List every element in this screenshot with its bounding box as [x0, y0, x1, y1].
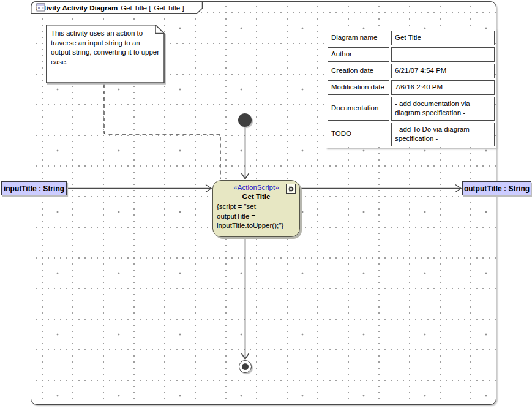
- activity-final-node[interactable]: [239, 360, 252, 373]
- diagram-info-table[interactable]: Diagram name Get Title Author Creation d…: [326, 29, 496, 148]
- frame-name-label: Get Title [: [121, 4, 151, 12]
- flow-input-to-action[interactable]: [66, 185, 211, 192]
- action-script-body: {script = "set outputTitle = inputTitle.…: [213, 202, 299, 231]
- frame-kind-label: activity Activity Diagram: [36, 4, 118, 12]
- script-line: inputTitle.toUpper();"}: [217, 221, 299, 231]
- gear-icon: [286, 184, 296, 194]
- info-value-author[interactable]: [391, 47, 495, 62]
- note-anchor-line[interactable]: [104, 84, 220, 179]
- action-name: Get Title: [213, 193, 299, 200]
- parameter-input-label: inputTitle : String: [4, 184, 64, 193]
- info-label-creation-date: Creation date: [328, 64, 389, 78]
- info-label-diagram-name: Diagram name: [328, 31, 389, 45]
- frame-context-label: Get Title ]: [154, 4, 184, 12]
- parameter-output-label: outputTitle : String: [464, 184, 530, 193]
- flow-action-to-output[interactable]: [300, 185, 461, 192]
- parameter-input-title[interactable]: inputTitle : String: [1, 181, 67, 195]
- action-get-title[interactable]: «ActionScript» Get Title {script = "set …: [212, 180, 300, 237]
- info-label-documentation: Documentation: [328, 97, 389, 121]
- final-node-dot: [242, 363, 249, 370]
- frame-title-tab[interactable]: activity Activity Diagram Get Title [ Ge…: [31, 1, 206, 15]
- initial-node[interactable]: [238, 113, 252, 127]
- info-label-author: Author: [328, 47, 389, 62]
- flow-initial-to-action[interactable]: [242, 126, 249, 179]
- info-label-todo: TODO: [328, 123, 389, 146]
- info-value-diagram-name[interactable]: Get Title: [391, 31, 495, 45]
- diagram-icon: [36, 3, 45, 12]
- info-value-modification-date[interactable]: 7/6/16 2:40 PM: [391, 80, 495, 95]
- note-text: This activity uses an action to traverse…: [51, 29, 160, 67]
- info-value-documentation[interactable]: - add documentation via diagram specific…: [391, 97, 495, 121]
- script-line: outputTitle =: [217, 212, 299, 222]
- info-label-modification-date: Modification date: [328, 80, 389, 95]
- script-line: {script = "set: [217, 202, 299, 212]
- info-value-todo[interactable]: - add To Do via diagram specification -: [391, 123, 495, 146]
- flow-action-to-final[interactable]: [242, 237, 249, 359]
- info-value-creation-date[interactable]: 6/21/07 4:54 PM: [391, 64, 495, 78]
- parameter-output-title[interactable]: outputTitle : String: [462, 181, 531, 195]
